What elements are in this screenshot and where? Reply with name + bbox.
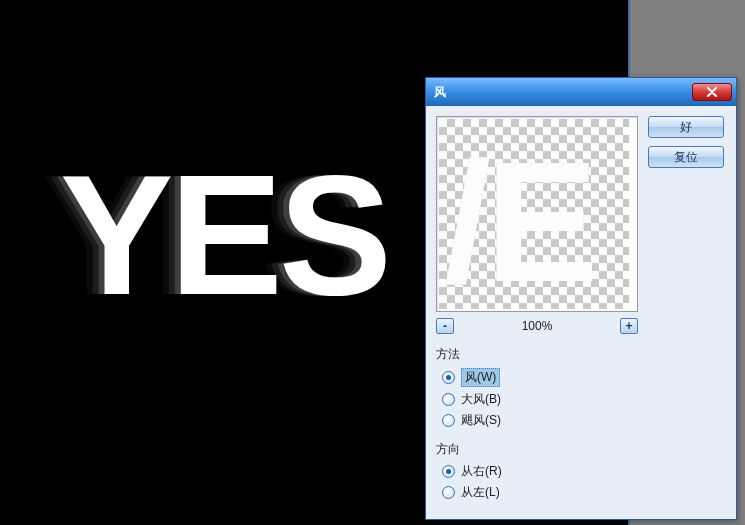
ok-button[interactable]: 好: [648, 116, 724, 138]
canvas-text: YES: [60, 150, 388, 320]
dialog-body: /E - 100% + 方法 风(W) 大风(B): [426, 106, 736, 519]
radio-method-blast[interactable]: 大风(B): [442, 391, 638, 408]
zoom-in-button[interactable]: +: [620, 318, 638, 334]
right-column: 好 复位: [648, 116, 726, 505]
dialog-title: 风: [434, 84, 692, 101]
radio-direction-from-left[interactable]: 从左(L): [442, 484, 638, 501]
radio-label: 从左(L): [461, 484, 500, 501]
radio-method-stagger[interactable]: 飓风(S): [442, 412, 638, 429]
left-column: /E - 100% + 方法 风(W) 大风(B): [436, 116, 638, 505]
radio-icon: [442, 393, 455, 406]
radio-label: 大风(B): [461, 391, 501, 408]
radio-method-wind[interactable]: 风(W): [442, 368, 638, 387]
radio-label: 飓风(S): [461, 412, 501, 429]
radio-label: 从右(R): [461, 463, 502, 480]
radio-icon: [442, 486, 455, 499]
zoom-controls: - 100% +: [436, 318, 638, 334]
radio-direction-from-right[interactable]: 从右(R): [442, 463, 638, 480]
method-group-title: 方法: [436, 346, 638, 363]
method-group: 方法 风(W) 大风(B) 飓风(S): [436, 346, 638, 429]
zoom-value: 100%: [454, 319, 620, 333]
filter-preview[interactable]: /E: [439, 119, 629, 309]
close-button[interactable]: [692, 83, 732, 101]
radio-label: 风(W): [461, 368, 500, 387]
preview-frame: /E: [436, 116, 638, 312]
direction-group-title: 方向: [436, 441, 638, 458]
reset-button[interactable]: 复位: [648, 146, 724, 168]
direction-group: 方向 从右(R) 从左(L): [436, 441, 638, 501]
close-icon: [706, 87, 718, 97]
zoom-out-button[interactable]: -: [436, 318, 454, 334]
radio-icon: [442, 465, 455, 478]
preview-text: /E: [444, 137, 593, 307]
radio-icon: [442, 414, 455, 427]
titlebar[interactable]: 风: [426, 78, 736, 106]
wind-filter-dialog: 风 /E - 100% + 方法 风(W): [425, 77, 737, 520]
radio-icon: [442, 371, 455, 384]
